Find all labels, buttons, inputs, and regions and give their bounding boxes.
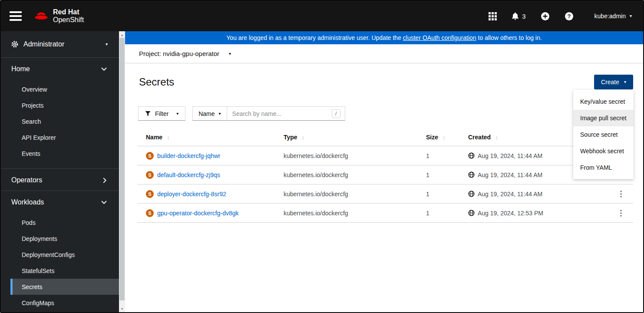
secret-resource-badge: S <box>146 209 154 217</box>
sidebar-item-projects[interactable]: Projects <box>1 97 119 113</box>
project-selector[interactable]: Project: nvidia-gpu-operator ▾ <box>139 50 231 57</box>
svg-text:?: ? <box>567 13 571 20</box>
sidebar-item-search[interactable]: Search <box>1 113 119 129</box>
nav-list-workloads: Pods Deployments DeploymentConfigs State… <box>1 213 119 312</box>
nav-section-workloads[interactable]: Workloads <box>1 192 119 213</box>
nav-section-label: Workloads <box>11 198 44 206</box>
logo-brand: Red Hat <box>53 8 84 16</box>
column-header-name[interactable]: Name↕ <box>137 131 275 146</box>
sidebar-item-api-explorer[interactable]: API Explorer <box>1 129 119 145</box>
temp-admin-banner: You are logged in as a temporary adminis… <box>125 31 643 44</box>
sort-icon[interactable]: ↕ <box>167 134 170 141</box>
globe-icon <box>468 171 475 178</box>
sidebar-item-events[interactable]: Events <box>1 145 119 161</box>
table-row: S gpu-operator-dockercfg-dv8gk kubernete… <box>137 204 633 223</box>
nav-section-home[interactable]: Home <box>1 59 119 79</box>
notification-count: 3 <box>522 13 525 20</box>
name-cell: S builder-dockercfg-jqhwr <box>137 152 275 160</box>
redhat-fedora-icon <box>33 10 50 23</box>
main-content: You are logged in as a temporary adminis… <box>125 31 643 312</box>
secret-link[interactable]: gpu-operator-dockercfg-dv8gk <box>157 210 239 217</box>
masthead-right: 3 ? kube:admin ▾ <box>489 12 632 21</box>
menu-item-source-secret[interactable]: Source secret <box>573 126 634 143</box>
nav-section-label: Operators <box>11 176 42 184</box>
notifications-button[interactable]: 3 <box>512 12 525 20</box>
cluster-oauth-configuration-link[interactable]: cluster OAuth configuration <box>403 34 476 41</box>
filter-button[interactable]: Filter ▾ <box>138 106 185 121</box>
chevron-down-icon <box>101 201 107 204</box>
column-header-size[interactable]: Size↕ <box>417 131 459 146</box>
openshift-console-window: Red Hat OpenShift 3 <box>0 0 644 313</box>
sidebar-scrollbar[interactable]: ▲ ▼ <box>119 31 125 312</box>
secret-link[interactable]: deployer-dockercfg-8sr92 <box>157 191 226 198</box>
sidebar-item-secrets[interactable]: Secrets <box>10 279 119 295</box>
caret-down-icon: ▾ <box>630 14 632 18</box>
sidebar-item-pods[interactable]: Pods <box>1 214 119 231</box>
redhat-openshift-logo: Red Hat OpenShift <box>33 8 84 24</box>
secret-link[interactable]: builder-dockercfg-jqhwr <box>157 152 221 159</box>
page-title: Secrets <box>139 76 174 88</box>
nav-divider <box>1 191 119 191</box>
chevron-right-icon <box>103 178 107 183</box>
search-group: Name ▾ / <box>192 106 345 121</box>
type-cell: kubernetes.io/dockercfg <box>275 210 417 217</box>
help-button[interactable]: ? <box>565 12 574 21</box>
caret-down-icon: ▾ <box>176 112 178 116</box>
perspective-label: Administrator <box>23 40 64 48</box>
app-launcher-button[interactable] <box>489 12 497 20</box>
keyboard-shortcut-hint: / <box>332 109 340 118</box>
perspective-switcher[interactable]: Administrator ▾ <box>1 31 119 57</box>
menu-item-image-pull-secret[interactable]: Image pull secret <box>573 110 634 126</box>
kebab-menu-icon[interactable] <box>620 191 622 198</box>
type-cell: kubernetes.io/dockercfg <box>275 191 417 198</box>
column-header-type[interactable]: Type↕ <box>275 131 417 146</box>
search-box: / <box>227 106 345 121</box>
menu-item-key-value-secret[interactable]: Key/value secret <box>573 93 634 110</box>
sidebar-item-overview[interactable]: Overview <box>1 81 119 97</box>
nav-toggle-hamburger-icon[interactable] <box>10 11 22 21</box>
sidebar-item-deployments[interactable]: Deployments <box>1 231 119 247</box>
chevron-down-icon <box>101 67 107 71</box>
sidebar-item-statefulsets[interactable]: StatefulSets <box>1 263 119 279</box>
table-row: S deployer-dockercfg-8sr92 kubernetes.io… <box>137 185 633 204</box>
search-input[interactable] <box>232 110 332 117</box>
logo-product: OpenShift <box>53 16 84 24</box>
type-cell: kubernetes.io/dockercfg <box>275 152 417 159</box>
nav-divider <box>1 57 119 58</box>
globe-icon <box>468 152 475 159</box>
cogs-icon <box>11 40 19 48</box>
sort-icon[interactable]: ↕ <box>443 134 446 141</box>
caret-down-icon: ▾ <box>106 42 108 46</box>
sidebar-item-configmaps[interactable]: ConfigMaps <box>1 295 119 311</box>
secret-resource-badge: S <box>146 171 154 179</box>
sidebar-item-deploymentconfigs[interactable]: DeploymentConfigs <box>1 247 119 263</box>
secret-link[interactable]: default-dockercfg-zj9qs <box>157 171 220 178</box>
quick-create-button[interactable] <box>541 12 550 21</box>
create-button-label: Create <box>601 79 619 86</box>
scroll-up-arrow-icon[interactable]: ▲ <box>119 32 125 38</box>
user-menu[interactable]: kube:admin ▾ <box>594 13 632 20</box>
create-button[interactable]: Create ▾ <box>594 75 633 89</box>
secret-resource-badge: S <box>146 152 154 160</box>
app-grid-icon <box>489 12 497 20</box>
funnel-icon <box>145 111 151 116</box>
sort-icon[interactable]: ↕ <box>495 134 498 141</box>
caret-down-icon: ▾ <box>229 52 231 56</box>
size-cell: 1 <box>417 191 459 198</box>
type-cell: kubernetes.io/dockercfg <box>275 171 417 178</box>
sort-icon[interactable]: ↕ <box>302 134 305 141</box>
user-name: kube:admin <box>594 13 626 20</box>
scrollbar-thumb[interactable] <box>119 38 125 300</box>
kebab-menu-icon[interactable] <box>620 210 622 217</box>
scroll-down-arrow-icon[interactable]: ▼ <box>119 306 125 312</box>
nav-section-operators[interactable]: Operators <box>1 170 119 191</box>
bell-icon <box>512 12 519 20</box>
secret-resource-badge: S <box>146 190 154 198</box>
name-cell: S deployer-dockercfg-8sr92 <box>137 190 275 198</box>
menu-item-from-yaml[interactable]: From YAML <box>573 159 634 176</box>
menu-item-webhook-secret[interactable]: Webhook secret <box>573 143 634 159</box>
name-cell: S gpu-operator-dockercfg-dv8gk <box>137 209 275 217</box>
filter-type-select[interactable]: Name ▾ <box>192 106 227 121</box>
banner-text-after: to allow others to log in. <box>476 34 542 41</box>
masthead: Red Hat OpenShift 3 <box>1 1 643 31</box>
